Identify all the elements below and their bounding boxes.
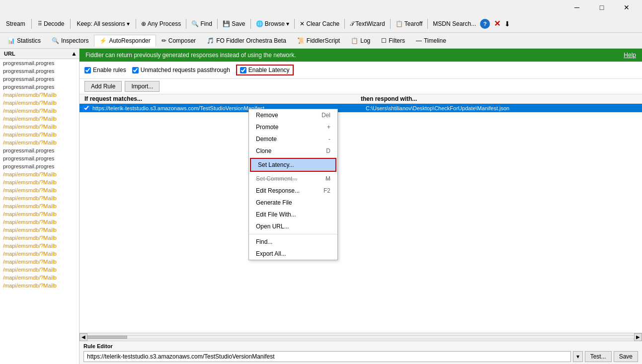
list-item[interactable]: /mapi/emsmdb/?Mailb bbox=[0, 186, 79, 194]
fiddlerorchestra-icon: 🎵 bbox=[207, 37, 214, 44]
list-item[interactable]: /mapi/emsmdb/?Mailb bbox=[0, 107, 79, 115]
list-item[interactable]: /mapi/emsmdb/?Mailb bbox=[0, 210, 79, 218]
list-item[interactable]: progressmail.progres bbox=[0, 59, 79, 67]
list-item[interactable]: /mapi/emsmdb/?Mailb bbox=[0, 194, 79, 202]
menu-tearoff[interactable]: 📋 Tearoff bbox=[393, 18, 426, 29]
list-item[interactable]: /mapi/emsmdb/?Mailb bbox=[0, 218, 79, 226]
enable-rules-input[interactable] bbox=[84, 67, 91, 73]
save-button[interactable]: Save bbox=[614, 351, 638, 362]
list-item[interactable]: /mapi/emsmdb/?Mailb bbox=[0, 170, 79, 178]
enable-latency-input[interactable] bbox=[240, 67, 246, 73]
list-item[interactable]: /mapi/emsmdb/?Mailb bbox=[0, 115, 79, 123]
rule-editor-input[interactable] bbox=[83, 351, 571, 362]
tab-bar: 📊 Statistics 🔍 Inspectors ⚡ AutoResponde… bbox=[0, 33, 642, 49]
list-item[interactable]: progressmail.progres bbox=[0, 75, 79, 83]
list-item[interactable]: /mapi/emsmdb/?Mailb bbox=[0, 226, 79, 234]
tab-autoresponder[interactable]: ⚡ AutoResponder bbox=[94, 35, 156, 47]
unmatched-passthrough-checkbox[interactable]: Unmatched requests passthrough bbox=[132, 67, 230, 73]
menu-find[interactable]: 🔍 Find bbox=[188, 18, 215, 29]
add-rule-button[interactable]: Add Rule bbox=[84, 81, 122, 92]
ctx-edit-file-with[interactable]: Edit File With... bbox=[249, 209, 337, 220]
list-item[interactable]: /mapi/emsmdb/?Mailb bbox=[0, 99, 79, 107]
ctx-set-latency[interactable]: Set Latency... bbox=[250, 158, 336, 172]
ctx-edit-response[interactable]: Edit Response... F2 bbox=[249, 185, 337, 197]
ctx-open-url[interactable]: Open URL... bbox=[249, 220, 337, 232]
ctx-generate-file[interactable]: Generate File bbox=[249, 197, 337, 209]
menu-browse[interactable]: 🌐 Browse ▾ bbox=[253, 18, 293, 29]
list-item[interactable]: progressmail.progres bbox=[0, 146, 79, 154]
list-item[interactable]: /mapi/emsmdb/?Mailb bbox=[0, 123, 79, 131]
list-item[interactable]: /mapi/emsmdb/?Mailb bbox=[0, 242, 79, 250]
list-item[interactable]: /mapi/emsmdb/?Mailb bbox=[0, 131, 79, 139]
menu-msdnsearch[interactable]: MSDN Search... bbox=[430, 18, 479, 29]
list-item[interactable]: /mapi/emsmdb/?Mailb bbox=[0, 250, 79, 258]
list-item[interactable]: progressmail.progres bbox=[0, 154, 79, 162]
list-item[interactable]: progressmail.progres bbox=[0, 162, 79, 170]
list-item[interactable]: /mapi/emsmdb/?Mailb bbox=[0, 274, 79, 282]
maximize-button[interactable]: □ bbox=[590, 0, 613, 15]
list-item[interactable]: progressmail.progres bbox=[0, 83, 79, 91]
rule-row-respond: C:\Users\shtilianov\Desktop\CheckForUpda… bbox=[366, 105, 639, 111]
dropdown-arrow-icon[interactable]: ▾ bbox=[573, 351, 583, 362]
ctx-clone[interactable]: Clone D bbox=[249, 145, 337, 157]
list-item[interactable]: /mapi/emsmdb/?Mailb bbox=[0, 258, 79, 266]
title-bar: ─ □ ✕ bbox=[0, 0, 642, 15]
list-item[interactable]: /mapi/emsmdb/?Mailb bbox=[0, 234, 79, 242]
menu-save[interactable]: 💾 Save bbox=[220, 18, 248, 29]
tab-fiddlerorchestra[interactable]: 🎵 FO Fiddler Orchestra Beta bbox=[201, 35, 292, 47]
tab-fiddlerscript[interactable]: 📜 FiddlerScript bbox=[292, 35, 345, 47]
ctx-export-all[interactable]: Export All... bbox=[249, 248, 337, 260]
list-item[interactable]: /mapi/emsmdb/?Mailb bbox=[0, 282, 79, 290]
list-item[interactable]: progressmail.progres bbox=[0, 67, 79, 75]
unmatched-passthrough-input[interactable] bbox=[132, 67, 139, 73]
ctx-remove[interactable]: Remove Del bbox=[249, 109, 337, 121]
expand-icon[interactable]: ⬇ bbox=[504, 20, 510, 28]
list-item[interactable]: /mapi/emsmdb/?Mailb bbox=[0, 91, 79, 99]
ctx-demote[interactable]: Demote - bbox=[249, 133, 337, 145]
scroll-left-btn[interactable]: ◀ bbox=[80, 333, 87, 341]
tab-composer[interactable]: ✏ Composer bbox=[156, 35, 201, 47]
close-button[interactable]: ✕ bbox=[615, 0, 638, 15]
main-layout: URL ▲ progressmail.progresprogressmail.p… bbox=[0, 49, 642, 364]
horizontal-scrollbar[interactable]: ◀ ▶ bbox=[80, 333, 642, 341]
scrollbar-thumb[interactable] bbox=[87, 336, 127, 339]
menu-anyprocess[interactable]: ⊕ Any Process bbox=[138, 18, 184, 29]
menu-close-button[interactable]: ✕ bbox=[491, 17, 503, 30]
list-item[interactable]: /mapi/emsmdb/?Mailb bbox=[0, 202, 79, 210]
scroll-right-btn[interactable]: ▶ bbox=[634, 333, 642, 341]
fiddlerscript-icon: 📜 bbox=[297, 37, 305, 44]
menu-stream[interactable]: Stream bbox=[2, 18, 29, 29]
enable-latency-checkbox[interactable]: Enable Latency bbox=[236, 65, 294, 75]
timeline-icon: — bbox=[416, 37, 422, 44]
menu-decode[interactable]: ⠿ Decode bbox=[34, 18, 69, 29]
ctx-find[interactable]: Find... bbox=[249, 236, 337, 248]
ctx-promote[interactable]: Promote + bbox=[249, 121, 337, 133]
enable-rules-checkbox[interactable]: Enable rules bbox=[84, 67, 126, 73]
statistics-icon: 📊 bbox=[7, 37, 15, 44]
list-item[interactable]: /mapi/emsmdb/?Mailb bbox=[0, 178, 79, 186]
tab-timeline[interactable]: — Timeline bbox=[410, 35, 452, 47]
minimize-button[interactable]: ─ bbox=[565, 0, 588, 15]
list-item[interactable]: /mapi/emsmdb/?Mailb bbox=[0, 266, 79, 274]
sep3 bbox=[136, 19, 136, 29]
ctx-set-comment[interactable]: Set Comment... M bbox=[249, 173, 337, 185]
menu-textwizard[interactable]: 𝒯 TextWizard bbox=[347, 18, 388, 29]
tab-inspectors[interactable]: 🔍 Inspectors bbox=[46, 35, 94, 47]
rule-row-check[interactable] bbox=[82, 105, 90, 111]
tab-log[interactable]: 📋 Log bbox=[345, 35, 376, 47]
menu-clearcache[interactable]: ✕ Clear Cache bbox=[297, 18, 342, 29]
composer-icon: ✏ bbox=[161, 37, 166, 44]
tab-filters[interactable]: ☐ Filters bbox=[376, 35, 410, 47]
list-item[interactable]: /mapi/emsmdb/?Mailb bbox=[0, 139, 79, 146]
import-button[interactable]: Import... bbox=[125, 81, 160, 92]
menu-keep[interactable]: Keep: All sessions ▾ bbox=[73, 18, 134, 29]
url-scroll-up[interactable]: ▲ bbox=[71, 50, 77, 57]
help-link[interactable]: Help bbox=[624, 52, 636, 59]
test-button[interactable]: Test... bbox=[585, 351, 612, 362]
sep6 bbox=[250, 19, 251, 29]
help-button[interactable]: ? bbox=[480, 19, 490, 29]
table-row[interactable]: https://telerik-teststudio.s3.amazonaws.… bbox=[80, 104, 642, 112]
action-bar: Add Rule Import... bbox=[80, 79, 642, 94]
tab-statistics[interactable]: 📊 Statistics bbox=[2, 35, 46, 47]
rule-editor-label: Rule Editor bbox=[83, 343, 638, 349]
